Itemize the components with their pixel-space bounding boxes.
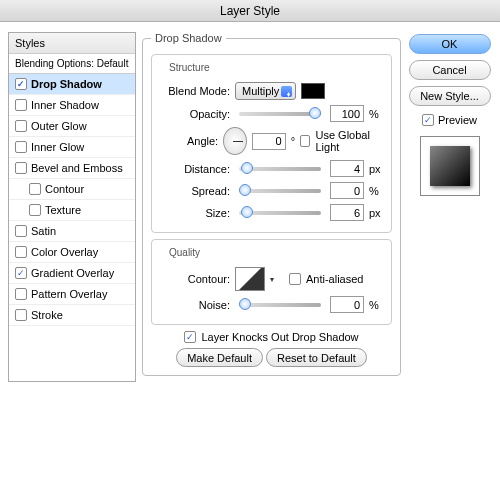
style-contour[interactable]: Contour bbox=[9, 179, 135, 200]
angle-input[interactable] bbox=[252, 133, 286, 150]
opacity-slider[interactable] bbox=[239, 112, 321, 116]
blending-options-row[interactable]: Blending Options: Default bbox=[9, 54, 135, 74]
style-label: Satin bbox=[31, 225, 56, 237]
style-gradient-overlay[interactable]: Gradient Overlay bbox=[9, 263, 135, 284]
checkbox-icon[interactable] bbox=[15, 120, 27, 132]
distance-slider[interactable] bbox=[239, 167, 321, 171]
style-color-overlay[interactable]: Color Overlay bbox=[9, 242, 135, 263]
preview-checkbox[interactable] bbox=[422, 114, 434, 126]
blend-mode-select[interactable]: Multiply bbox=[235, 82, 296, 100]
global-light-label: Use Global Light bbox=[315, 129, 383, 153]
style-label: Outer Glow bbox=[31, 120, 87, 132]
unit-percent: % bbox=[369, 185, 383, 197]
reset-default-button[interactable]: Reset to Default bbox=[266, 348, 367, 367]
noise-slider[interactable] bbox=[239, 303, 321, 307]
angle-row: Angle: ° Use Global Light bbox=[160, 127, 383, 155]
styles-header[interactable]: Styles bbox=[9, 33, 135, 54]
structure-group: Structure Blend Mode: Multiply Opacity: … bbox=[151, 54, 392, 233]
angle-degree: ° bbox=[291, 135, 295, 147]
checkbox-icon[interactable] bbox=[15, 78, 27, 90]
ok-button[interactable]: OK bbox=[409, 34, 491, 54]
new-style-button[interactable]: New Style... bbox=[409, 86, 491, 106]
global-light-checkbox[interactable] bbox=[300, 135, 310, 147]
checkbox-icon[interactable] bbox=[15, 162, 27, 174]
style-label: Color Overlay bbox=[31, 246, 98, 258]
angle-dial[interactable] bbox=[223, 127, 247, 155]
blend-mode-label: Blend Mode: bbox=[160, 85, 230, 97]
spread-label: Spread: bbox=[160, 185, 230, 197]
checkbox-icon[interactable] bbox=[15, 267, 27, 279]
checkbox-icon[interactable] bbox=[29, 204, 41, 216]
contour-label: Contour: bbox=[160, 273, 230, 285]
dialog-buttons: OK Cancel New Style... Preview bbox=[407, 32, 492, 382]
opacity-input[interactable] bbox=[330, 105, 364, 122]
make-default-button[interactable]: Make Default bbox=[176, 348, 263, 367]
style-texture[interactable]: Texture bbox=[9, 200, 135, 221]
antialias-checkbox[interactable] bbox=[289, 273, 301, 285]
knockout-row: Layer Knocks Out Drop Shadow bbox=[151, 331, 392, 343]
spread-row: Spread: % bbox=[160, 182, 383, 199]
contour-row: Contour: Anti-aliased bbox=[160, 267, 383, 291]
distance-row: Distance: px bbox=[160, 160, 383, 177]
style-stroke[interactable]: Stroke bbox=[9, 305, 135, 326]
checkbox-icon[interactable] bbox=[15, 288, 27, 300]
size-input[interactable] bbox=[330, 204, 364, 221]
cancel-button[interactable]: Cancel bbox=[409, 60, 491, 80]
checkbox-icon[interactable] bbox=[15, 246, 27, 258]
preview-label: Preview bbox=[438, 114, 477, 126]
opacity-row: Opacity: % bbox=[160, 105, 383, 122]
style-drop-shadow[interactable]: Drop Shadow bbox=[9, 74, 135, 95]
checkbox-icon[interactable] bbox=[15, 141, 27, 153]
style-label: Stroke bbox=[31, 309, 63, 321]
unit-percent: % bbox=[369, 108, 383, 120]
style-label: Inner Glow bbox=[31, 141, 84, 153]
style-inner-glow[interactable]: Inner Glow bbox=[9, 137, 135, 158]
noise-row: Noise: % bbox=[160, 296, 383, 313]
size-row: Size: px bbox=[160, 204, 383, 221]
preview-thumbnail bbox=[420, 136, 480, 196]
unit-px: px bbox=[369, 163, 383, 175]
preview-row: Preview bbox=[422, 114, 477, 126]
spread-input[interactable] bbox=[330, 182, 364, 199]
defaults-row: Make Default Reset to Default bbox=[151, 348, 392, 367]
styles-list: Styles Blending Options: Default Drop Sh… bbox=[8, 32, 136, 382]
angle-label: Angle: bbox=[160, 135, 218, 147]
style-label: Drop Shadow bbox=[31, 78, 102, 90]
dialog-content: Styles Blending Options: Default Drop Sh… bbox=[0, 22, 500, 390]
knockout-checkbox[interactable] bbox=[184, 331, 196, 343]
antialias-label: Anti-aliased bbox=[306, 273, 363, 285]
style-satin[interactable]: Satin bbox=[9, 221, 135, 242]
unit-percent: % bbox=[369, 299, 383, 311]
knockout-label: Layer Knocks Out Drop Shadow bbox=[201, 331, 358, 343]
shadow-color-swatch[interactable] bbox=[301, 83, 325, 99]
drop-shadow-panel: Drop Shadow Structure Blend Mode: Multip… bbox=[142, 32, 401, 382]
checkbox-icon[interactable] bbox=[15, 225, 27, 237]
checkbox-icon[interactable] bbox=[15, 99, 27, 111]
quality-group: Quality Contour: Anti-aliased Noise: % bbox=[151, 239, 392, 325]
noise-input[interactable] bbox=[330, 296, 364, 313]
fieldset-legend: Drop Shadow bbox=[151, 32, 226, 44]
checkbox-icon[interactable] bbox=[15, 309, 27, 321]
style-label: Pattern Overlay bbox=[31, 288, 107, 300]
distance-input[interactable] bbox=[330, 160, 364, 177]
style-bevel-emboss[interactable]: Bevel and Emboss bbox=[9, 158, 135, 179]
distance-label: Distance: bbox=[160, 163, 230, 175]
group-label: Structure bbox=[166, 62, 213, 73]
contour-picker[interactable] bbox=[235, 267, 265, 291]
blend-mode-row: Blend Mode: Multiply bbox=[160, 82, 383, 100]
style-outer-glow[interactable]: Outer Glow bbox=[9, 116, 135, 137]
style-inner-shadow[interactable]: Inner Shadow bbox=[9, 95, 135, 116]
drop-shadow-fieldset: Drop Shadow Structure Blend Mode: Multip… bbox=[142, 32, 401, 376]
checkbox-icon[interactable] bbox=[29, 183, 41, 195]
style-label: Inner Shadow bbox=[31, 99, 99, 111]
style-label: Contour bbox=[45, 183, 84, 195]
size-label: Size: bbox=[160, 207, 230, 219]
noise-label: Noise: bbox=[160, 299, 230, 311]
spread-slider[interactable] bbox=[239, 189, 321, 193]
style-pattern-overlay[interactable]: Pattern Overlay bbox=[9, 284, 135, 305]
style-label: Bevel and Emboss bbox=[31, 162, 123, 174]
size-slider[interactable] bbox=[239, 211, 321, 215]
window-title: Layer Style bbox=[0, 0, 500, 22]
style-label: Texture bbox=[45, 204, 81, 216]
group-label: Quality bbox=[166, 247, 203, 258]
